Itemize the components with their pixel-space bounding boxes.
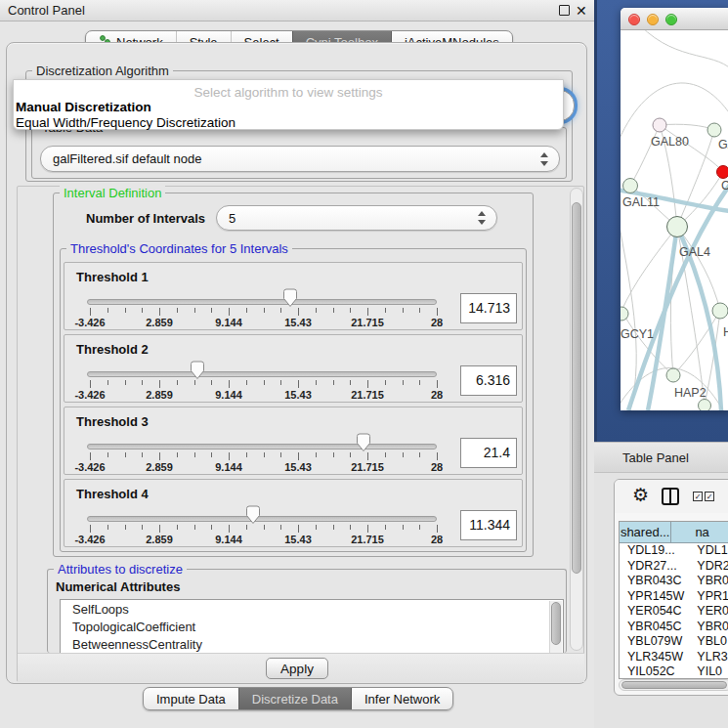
- tick-label: -3.426: [74, 534, 105, 545]
- gear-icon[interactable]: ⚙: [632, 484, 649, 505]
- threshold-value-box[interactable]: 21.4: [460, 438, 517, 468]
- table-row[interactable]: YDL19... YDL1: [620, 543, 728, 559]
- tab-impute-data[interactable]: Impute Data: [144, 688, 238, 709]
- bottom-tab-bar: Impute Data Discretize Data Infer Networ…: [143, 687, 453, 710]
- numerical-attributes-list[interactable]: SelfLoopsTopologicalCoefficientBetweenne…: [60, 599, 564, 654]
- tab-discretize-data[interactable]: Discretize Data: [238, 688, 351, 709]
- node-label: GAL4: [679, 245, 710, 259]
- tick-mark: [90, 308, 91, 316]
- thresholds-group-title: Threshold's Coordinates for 5 Intervals: [66, 241, 292, 256]
- cell-shared-name[interactable]: YBL079W: [620, 634, 691, 650]
- tick-mark: [142, 452, 143, 457]
- column-header-shared-name[interactable]: shared...: [620, 522, 671, 542]
- threshold-value-box[interactable]: 11.344: [460, 510, 517, 540]
- table-row[interactable]: YER054C YER0: [620, 604, 728, 620]
- tick-mark: [437, 308, 438, 316]
- attribute-item[interactable]: SelfLoops: [61, 600, 563, 618]
- float-window-icon[interactable]: [559, 5, 570, 16]
- cell-shared-name[interactable]: YIL052C: [620, 664, 691, 679]
- scrollbar-thumb[interactable]: [621, 681, 727, 689]
- checkbox-icon[interactable]: ✓: [705, 492, 714, 501]
- network-view-window[interactable]: GAL80 GA C GAL11 GAL4 GCY1 H HAP2: [621, 8, 728, 410]
- tick-mark: [316, 452, 317, 457]
- window-minimize-icon[interactable]: [647, 14, 659, 25]
- threshold-panel: Threshold 4 11.344 -3.4262.8599.14415.43…: [64, 479, 523, 547]
- threshold-slider-track[interactable]: [87, 371, 437, 377]
- apply-button[interactable]: Apply: [266, 658, 328, 679]
- window-zoom-icon[interactable]: [665, 14, 677, 25]
- network-canvas[interactable]: GAL80 GA C GAL11 GAL4 GCY1 H HAP2: [621, 30, 728, 410]
- cell-name[interactable]: YLR3: [691, 650, 728, 665]
- tick-mark: [246, 525, 247, 530]
- tick-mark: [298, 452, 299, 460]
- attribute-item[interactable]: TopologicalCoefficient: [61, 618, 563, 635]
- cell-shared-name[interactable]: YBR045C: [620, 620, 691, 635]
- table-row[interactable]: YLR345W YLR3: [620, 650, 728, 665]
- threshold-value-box[interactable]: 6.316: [460, 365, 517, 396]
- table-row[interactable]: YBL079W YBL0: [620, 634, 728, 650]
- scrollbar-thumb[interactable]: [572, 202, 581, 574]
- algorithm-option-equal-width[interactable]: Equal Width/Frequency Discretization: [14, 115, 563, 131]
- node-label: GAL80: [651, 135, 689, 149]
- window-close-icon[interactable]: [628, 14, 640, 25]
- threshold-slider-track[interactable]: [87, 299, 437, 305]
- table-data-group: Table Data galFiltered.sif default node: [31, 127, 567, 179]
- cell-shared-name[interactable]: YLR345W: [620, 650, 691, 665]
- threshold-slider-track[interactable]: [87, 444, 437, 450]
- node-attribute-table[interactable]: shared... na YDL19... YDL1 YDR27... YDR2…: [619, 521, 728, 679]
- tick-label: 9.144: [215, 534, 242, 545]
- cell-shared-name[interactable]: YDL19...: [620, 543, 691, 559]
- algorithm-option-manual[interactable]: Manual Discretization: [14, 100, 563, 115]
- tick-mark: [403, 380, 404, 385]
- settings-vertical-scrollbar[interactable]: [570, 188, 583, 651]
- threshold-value-box[interactable]: 14.713: [460, 293, 517, 323]
- cell-name[interactable]: YPR1: [691, 589, 728, 605]
- column-header-name[interactable]: na: [671, 522, 728, 542]
- table-horizontal-scrollbar[interactable]: [619, 679, 728, 691]
- close-icon[interactable]: ✕: [576, 1, 589, 21]
- threshold-slider-thumb[interactable]: [356, 433, 371, 452]
- threshold-slider-thumb[interactable]: [190, 361, 205, 380]
- scrollbar-thumb[interactable]: [551, 602, 561, 645]
- tick-label: -3.426: [74, 317, 105, 328]
- cell-name[interactable]: YER0: [691, 604, 728, 620]
- checkbox-icon[interactable]: ✓: [693, 492, 703, 501]
- tick-mark: [280, 525, 281, 530]
- node-gcy1: [621, 307, 628, 321]
- tick-mark: [159, 380, 160, 388]
- tick-mark: [385, 380, 386, 385]
- table-data-select[interactable]: galFiltered.sif default node: [40, 146, 560, 172]
- attributes-list-scrollbar[interactable]: [549, 601, 562, 654]
- cell-shared-name[interactable]: YPR145W: [620, 589, 691, 605]
- threshold-slider-track[interactable]: [87, 516, 437, 522]
- threshold-slider-thumb[interactable]: [282, 288, 298, 308]
- cell-name[interactable]: YDR2: [691, 559, 728, 575]
- cell-name[interactable]: YBR0: [691, 574, 728, 589]
- cell-shared-name[interactable]: YER054C: [620, 604, 691, 620]
- tick-label: 15.43: [284, 534, 312, 545]
- tick-mark: [107, 308, 108, 313]
- tick-mark: [419, 308, 420, 313]
- cell-name[interactable]: YBR0: [691, 620, 728, 635]
- tick-mark: [419, 525, 420, 530]
- tick-label: 2.859: [146, 461, 173, 473]
- cell-shared-name[interactable]: YDR27...: [620, 559, 691, 575]
- tick-mark: [177, 308, 178, 313]
- attribute-item[interactable]: BetweennessCentrality: [61, 635, 563, 653]
- number-of-intervals-select[interactable]: 5: [216, 205, 497, 231]
- table-row[interactable]: YBR043C YBR0: [620, 574, 728, 589]
- split-columns-icon[interactable]: [662, 488, 679, 505]
- tick-mark: [385, 525, 386, 530]
- tick-mark: [350, 452, 351, 457]
- network-window-titlebar[interactable]: [621, 8, 728, 30]
- table-row[interactable]: YPR145W YPR1: [620, 589, 728, 605]
- cell-name[interactable]: YIL0: [691, 664, 728, 679]
- cell-name[interactable]: YDL1: [691, 543, 728, 559]
- table-row[interactable]: YDR27... YDR2: [620, 559, 728, 575]
- cell-name[interactable]: YBL0: [691, 634, 728, 650]
- cell-shared-name[interactable]: YBR043C: [620, 574, 691, 589]
- table-row[interactable]: YBR045C YBR0: [620, 620, 728, 635]
- tab-infer-network[interactable]: Infer Network: [351, 688, 452, 709]
- table-row[interactable]: YIL052C YIL0: [620, 664, 728, 679]
- threshold-slider-thumb[interactable]: [245, 505, 261, 525]
